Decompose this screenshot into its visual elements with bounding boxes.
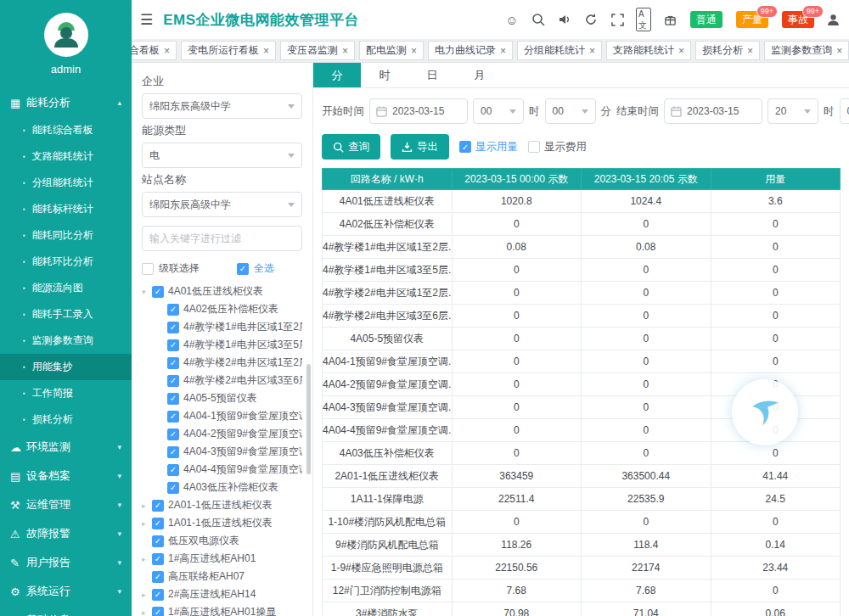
sidebar-item-6[interactable]: ⚙系统运行▾	[0, 577, 132, 606]
period-tab-0[interactable]: 分	[313, 63, 361, 87]
tree-node-6[interactable]: ✓4A05-5预留仪表	[142, 389, 302, 407]
tree-node-17[interactable]: ▸✓2#高压进线柜AH14	[142, 585, 302, 603]
tab-8[interactable]: 监测参数查询×	[764, 41, 849, 60]
sidebar-subitem-0-1[interactable]: ▪支路能耗统计	[0, 143, 132, 170]
caret-right-icon[interactable]: ▸	[142, 608, 152, 616]
tree-node-checkbox[interactable]: ✓	[167, 464, 179, 476]
sidebar-item-2[interactable]: ▤设备档案▾	[0, 462, 132, 490]
emoji-icon[interactable]: ☺	[504, 12, 520, 27]
caret-right-icon[interactable]: ▸	[142, 519, 152, 528]
show-cost-checkbox[interactable]	[528, 141, 540, 153]
tree-node-checkbox[interactable]: ✓	[167, 357, 179, 369]
refresh-icon[interactable]	[583, 12, 599, 27]
tree-node-4[interactable]: ✓4#教学楼2#电井区域1至2层动力仪	[142, 354, 302, 372]
sidebar-subitem-0-7[interactable]: ▪能耗手工录入	[0, 301, 132, 328]
sidebar-item-7[interactable]: ◉基础信息▾	[0, 606, 132, 616]
tree-node-13[interactable]: ▸✓1A01-1低压进线柜仪表	[142, 514, 302, 532]
theme-icon[interactable]	[662, 12, 678, 27]
energy-type-select[interactable]: 电	[142, 143, 302, 168]
tree-node-checkbox[interactable]: ✓	[167, 339, 179, 351]
tree-node-checkbox[interactable]: ✓	[152, 607, 164, 616]
export-button[interactable]: 导出	[391, 134, 449, 160]
tree-node-checkbox[interactable]: ✓	[152, 286, 164, 298]
search-icon[interactable]	[531, 12, 546, 27]
sidebar-subitem-0-11[interactable]: ▪损耗分析	[0, 406, 132, 433]
tab-2[interactable]: 变压器监测×	[280, 41, 355, 60]
tree-node-checkbox[interactable]: ✓	[152, 553, 164, 565]
tree-node-15[interactable]: ▸✓1#高压进线柜AH01	[142, 550, 302, 568]
caret-right-icon[interactable]: ▸	[142, 591, 152, 599]
end-minute-select[interactable]: 05	[840, 98, 849, 124]
sidebar-subitem-0-6[interactable]: ▪能源流向图	[0, 275, 132, 301]
tree-node-1[interactable]: ✓4A02低压补偿柜仪表	[142, 300, 302, 318]
close-icon[interactable]: ×	[263, 45, 269, 57]
tab-0[interactable]: 合看板×	[132, 41, 177, 60]
close-icon[interactable]: ×	[836, 45, 842, 57]
tree-node-0[interactable]: ▾✓4A01低压进线柜仪表	[142, 283, 302, 300]
keyword-input[interactable]	[142, 226, 302, 251]
tree-node-18[interactable]: ▸✓1#高压进线柜AH01操显	[142, 603, 302, 616]
tree-node-9[interactable]: ✓4A04-3预留9#食堂屋顶空调机组仪	[142, 443, 302, 461]
close-icon[interactable]: ×	[342, 45, 348, 57]
sidebar-subitem-0-5[interactable]: ▪能耗环比分析	[0, 249, 132, 275]
status-badge-1[interactable]: 产量99+	[736, 11, 768, 28]
close-icon[interactable]: ×	[500, 45, 506, 57]
tab-1[interactable]: 变电所运行看板×	[181, 41, 276, 60]
period-tab-1[interactable]: 时	[361, 63, 408, 87]
sidebar-item-5[interactable]: ✎用户报告▾	[0, 548, 132, 577]
tree-node-checkbox[interactable]: ✓	[152, 589, 164, 601]
tree-node-5[interactable]: ✓4#教学楼2#电井区域3至6层动力仪	[142, 372, 302, 389]
volume-icon[interactable]	[557, 12, 572, 27]
tree-node-checkbox[interactable]: ✓	[152, 500, 164, 512]
tree-node-7[interactable]: ✓4A04-1预留9#食堂屋顶空调机组仪	[142, 407, 302, 425]
close-icon[interactable]: ×	[589, 45, 595, 57]
user-icon[interactable]	[825, 12, 841, 27]
tree-node-checkbox[interactable]: ✓	[152, 571, 164, 583]
tree-node-8[interactable]: ✓4A04-2预留9#食堂屋顶空调机组仪	[142, 425, 302, 443]
close-icon[interactable]: ×	[164, 45, 170, 57]
start-date-input[interactable]: 2023-03-15	[369, 98, 468, 124]
sidebar-subitem-0-10[interactable]: ▪工作简报	[0, 380, 132, 406]
sidebar-subitem-0-2[interactable]: ▪分组能耗统计	[0, 170, 132, 196]
end-hour-select[interactable]: 20	[767, 98, 818, 124]
translate-icon[interactable]: A文	[636, 12, 651, 27]
period-tab-3[interactable]: 月	[456, 63, 503, 87]
tree-node-16[interactable]: ✓高压联络柜AH07	[142, 568, 302, 585]
cascade-checkbox[interactable]	[142, 263, 154, 275]
menu-toggle-icon[interactable]: ☰	[140, 11, 153, 29]
tree-node-checkbox[interactable]: ✓	[152, 535, 164, 547]
tab-4[interactable]: 电力曲线记录×	[428, 41, 513, 60]
sidebar-item-1[interactable]: ☁环境监测▾	[0, 433, 132, 462]
tree-node-3[interactable]: ✓4#教学楼1#电井区域3至5层动力仪	[142, 336, 302, 354]
fullscreen-icon[interactable]	[610, 12, 625, 27]
start-minute-select[interactable]: 00	[545, 98, 596, 124]
caret-right-icon[interactable]: ▸	[142, 555, 152, 563]
tree-node-checkbox[interactable]: ✓	[167, 428, 179, 440]
sidebar-subitem-0-8[interactable]: ▪监测参数查询	[0, 328, 132, 354]
sidebar-item-0[interactable]: ▦能耗分析▴	[0, 88, 132, 117]
sidebar-subitem-0-3[interactable]: ▪能耗标杆统计	[0, 196, 132, 222]
sidebar-subitem-0-4[interactable]: ▪能耗同比分析	[0, 222, 132, 249]
period-tab-2[interactable]: 日	[408, 63, 456, 87]
close-icon[interactable]: ×	[411, 45, 417, 57]
close-icon[interactable]: ×	[678, 45, 684, 57]
avatar[interactable]	[44, 13, 88, 57]
tree-node-14[interactable]: ✓低压双电源仪表	[142, 532, 302, 550]
select-all-checkbox[interactable]: ✓	[237, 263, 249, 275]
start-hour-select[interactable]: 00	[473, 98, 524, 124]
tree-node-10[interactable]: ✓4A04-4预留9#食堂屋顶空调机组仪	[142, 461, 302, 479]
tree-node-checkbox[interactable]: ✓	[167, 393, 179, 405]
caret-down-icon[interactable]: ▾	[142, 288, 152, 296]
tree-node-checkbox[interactable]: ✓	[167, 482, 179, 494]
tree-node-2[interactable]: ✓4#教学楼1#电井区域1至2层动力仪	[142, 318, 302, 336]
tree-node-12[interactable]: ▸✓2A01-1低压进线柜仪表	[142, 496, 302, 514]
tree-node-checkbox[interactable]: ✓	[167, 411, 179, 423]
tab-3[interactable]: 配电监测×	[359, 41, 424, 60]
close-icon[interactable]: ×	[747, 45, 753, 57]
tree-node-checkbox[interactable]: ✓	[152, 518, 164, 529]
query-button[interactable]: 查询	[322, 134, 380, 160]
sidebar-item-4[interactable]: ⚠故障报警▾	[0, 519, 132, 548]
sidebar-item-3[interactable]: ⚒运维管理▾	[0, 490, 132, 519]
tab-5[interactable]: 分组能耗统计×	[517, 41, 602, 60]
tree-node-checkbox[interactable]: ✓	[167, 322, 179, 333]
